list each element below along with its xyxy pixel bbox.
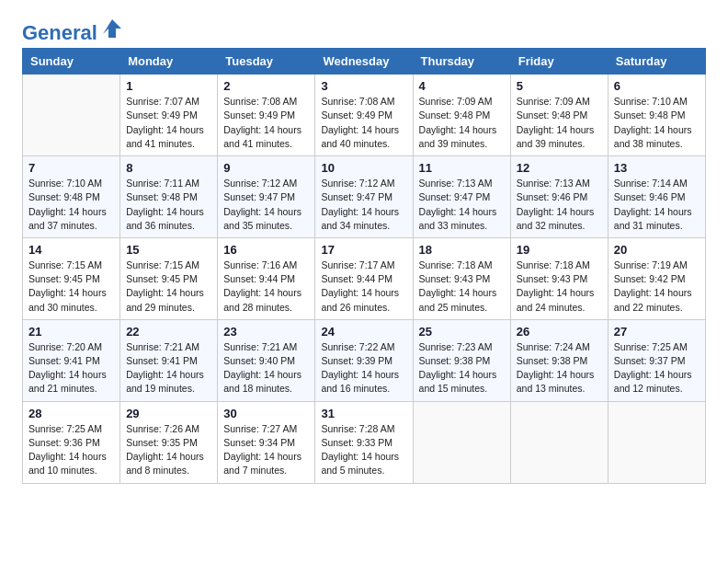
svg-marker-0 bbox=[103, 19, 121, 38]
day-info: Sunrise: 7:18 AM Sunset: 9:43 PM Dayligh… bbox=[419, 259, 505, 315]
calendar-cell: 5Sunrise: 7:09 AM Sunset: 9:48 PM Daylig… bbox=[510, 75, 608, 156]
calendar-cell: 8Sunrise: 7:11 AM Sunset: 9:48 PM Daylig… bbox=[120, 156, 218, 238]
day-number: 30 bbox=[223, 407, 309, 420]
calendar-cell: 31Sunrise: 7:28 AM Sunset: 9:33 PM Dayli… bbox=[315, 401, 413, 483]
day-info: Sunrise: 7:25 AM Sunset: 9:36 PM Dayligh… bbox=[28, 422, 114, 478]
day-info: Sunrise: 7:12 AM Sunset: 9:47 PM Dayligh… bbox=[223, 177, 309, 233]
day-info: Sunrise: 7:17 AM Sunset: 9:44 PM Dayligh… bbox=[321, 259, 406, 315]
day-info: Sunrise: 7:19 AM Sunset: 9:42 PM Dayligh… bbox=[614, 259, 700, 315]
calendar-cell: 18Sunrise: 7:18 AM Sunset: 9:43 PM Dayli… bbox=[413, 237, 510, 319]
calendar-cell bbox=[510, 401, 608, 483]
day-number: 11 bbox=[419, 161, 505, 175]
calendar-cell: 25Sunrise: 7:23 AM Sunset: 9:38 PM Dayli… bbox=[413, 319, 510, 401]
calendar-cell: 16Sunrise: 7:16 AM Sunset: 9:44 PM Dayli… bbox=[218, 237, 315, 319]
day-number: 4 bbox=[419, 79, 505, 93]
logo-icon bbox=[99, 16, 125, 41]
day-info: Sunrise: 7:07 AM Sunset: 9:49 PM Dayligh… bbox=[126, 95, 211, 151]
calendar-cell: 20Sunrise: 7:19 AM Sunset: 9:42 PM Dayli… bbox=[608, 237, 705, 319]
calendar-table: SundayMondayTuesdayWednesdayThursdayFrid… bbox=[22, 48, 706, 483]
day-info: Sunrise: 7:15 AM Sunset: 9:45 PM Dayligh… bbox=[126, 259, 211, 315]
calendar-cell: 28Sunrise: 7:25 AM Sunset: 9:36 PM Dayli… bbox=[23, 401, 120, 483]
calendar-cell: 21Sunrise: 7:20 AM Sunset: 9:41 PM Dayli… bbox=[23, 319, 120, 401]
logo: General bbox=[22, 22, 125, 40]
day-number: 28 bbox=[28, 407, 114, 420]
day-number: 31 bbox=[321, 407, 406, 420]
day-number: 3 bbox=[321, 79, 406, 93]
calendar-cell: 27Sunrise: 7:25 AM Sunset: 9:37 PM Dayli… bbox=[608, 319, 705, 401]
day-number: 8 bbox=[126, 161, 211, 175]
calendar-cell: 3Sunrise: 7:08 AM Sunset: 9:49 PM Daylig… bbox=[315, 75, 413, 156]
day-info: Sunrise: 7:27 AM Sunset: 9:34 PM Dayligh… bbox=[223, 422, 309, 478]
day-info: Sunrise: 7:10 AM Sunset: 9:48 PM Dayligh… bbox=[614, 95, 700, 151]
calendar-cell: 6Sunrise: 7:10 AM Sunset: 9:48 PM Daylig… bbox=[608, 75, 705, 156]
calendar-cell bbox=[608, 401, 705, 483]
calendar-cell: 14Sunrise: 7:15 AM Sunset: 9:45 PM Dayli… bbox=[23, 237, 120, 319]
day-number: 16 bbox=[223, 243, 309, 257]
day-info: Sunrise: 7:12 AM Sunset: 9:47 PM Dayligh… bbox=[321, 177, 406, 233]
weekday-header-friday: Friday bbox=[510, 49, 608, 75]
calendar-cell: 24Sunrise: 7:22 AM Sunset: 9:39 PM Dayli… bbox=[315, 319, 413, 401]
day-info: Sunrise: 7:20 AM Sunset: 9:41 PM Dayligh… bbox=[28, 340, 114, 396]
day-info: Sunrise: 7:09 AM Sunset: 9:48 PM Dayligh… bbox=[517, 95, 602, 151]
day-info: Sunrise: 7:21 AM Sunset: 9:41 PM Dayligh… bbox=[126, 340, 211, 396]
weekday-header-monday: Monday bbox=[120, 49, 218, 75]
weekday-header-saturday: Saturday bbox=[608, 49, 705, 75]
day-number: 9 bbox=[223, 161, 309, 175]
calendar-cell: 12Sunrise: 7:13 AM Sunset: 9:46 PM Dayli… bbox=[510, 156, 608, 238]
weekday-header-sunday: Sunday bbox=[23, 49, 120, 75]
day-info: Sunrise: 7:24 AM Sunset: 9:38 PM Dayligh… bbox=[517, 340, 602, 396]
day-number: 22 bbox=[126, 325, 211, 339]
calendar-cell: 22Sunrise: 7:21 AM Sunset: 9:41 PM Dayli… bbox=[120, 319, 218, 401]
day-number: 6 bbox=[614, 79, 700, 93]
day-number: 13 bbox=[614, 161, 700, 175]
day-number: 18 bbox=[419, 243, 505, 257]
calendar-cell: 9Sunrise: 7:12 AM Sunset: 9:47 PM Daylig… bbox=[218, 156, 315, 238]
day-info: Sunrise: 7:15 AM Sunset: 9:45 PM Dayligh… bbox=[28, 259, 114, 315]
day-number: 14 bbox=[28, 243, 114, 257]
day-number: 26 bbox=[517, 325, 602, 339]
calendar-cell: 1Sunrise: 7:07 AM Sunset: 9:49 PM Daylig… bbox=[120, 75, 218, 156]
day-number: 27 bbox=[614, 325, 700, 339]
day-number: 19 bbox=[517, 243, 602, 257]
day-number: 23 bbox=[223, 325, 309, 339]
day-info: Sunrise: 7:22 AM Sunset: 9:39 PM Dayligh… bbox=[321, 340, 406, 396]
day-number: 2 bbox=[223, 79, 309, 93]
day-number: 20 bbox=[614, 243, 700, 257]
calendar-cell: 13Sunrise: 7:14 AM Sunset: 9:46 PM Dayli… bbox=[608, 156, 705, 238]
calendar-cell: 17Sunrise: 7:17 AM Sunset: 9:44 PM Dayli… bbox=[315, 237, 413, 319]
calendar-cell: 29Sunrise: 7:26 AM Sunset: 9:35 PM Dayli… bbox=[120, 401, 218, 483]
calendar-cell: 19Sunrise: 7:18 AM Sunset: 9:43 PM Dayli… bbox=[510, 237, 608, 319]
day-number: 1 bbox=[126, 79, 211, 93]
day-info: Sunrise: 7:13 AM Sunset: 9:46 PM Dayligh… bbox=[517, 177, 602, 233]
calendar-cell: 7Sunrise: 7:10 AM Sunset: 9:48 PM Daylig… bbox=[23, 156, 120, 238]
day-number: 7 bbox=[28, 161, 114, 175]
calendar-cell bbox=[413, 401, 510, 483]
calendar-cell: 26Sunrise: 7:24 AM Sunset: 9:38 PM Dayli… bbox=[510, 319, 608, 401]
day-number: 17 bbox=[321, 243, 406, 257]
weekday-header-thursday: Thursday bbox=[413, 49, 510, 75]
calendar-week-3: 14Sunrise: 7:15 AM Sunset: 9:45 PM Dayli… bbox=[23, 237, 706, 319]
logo-text: General bbox=[22, 22, 97, 44]
day-info: Sunrise: 7:23 AM Sunset: 9:38 PM Dayligh… bbox=[419, 340, 505, 396]
day-number: 12 bbox=[517, 161, 602, 175]
calendar-cell: 15Sunrise: 7:15 AM Sunset: 9:45 PM Dayli… bbox=[120, 237, 218, 319]
calendar-cell: 4Sunrise: 7:09 AM Sunset: 9:48 PM Daylig… bbox=[413, 75, 510, 156]
calendar-cell: 2Sunrise: 7:08 AM Sunset: 9:49 PM Daylig… bbox=[218, 75, 315, 156]
day-number: 10 bbox=[321, 161, 406, 175]
day-info: Sunrise: 7:21 AM Sunset: 9:40 PM Dayligh… bbox=[223, 340, 309, 396]
day-number: 5 bbox=[517, 79, 602, 93]
calendar-header-row: SundayMondayTuesdayWednesdayThursdayFrid… bbox=[23, 49, 706, 75]
day-info: Sunrise: 7:11 AM Sunset: 9:48 PM Dayligh… bbox=[126, 177, 211, 233]
day-info: Sunrise: 7:25 AM Sunset: 9:37 PM Dayligh… bbox=[614, 340, 700, 396]
day-number: 21 bbox=[28, 325, 114, 339]
weekday-header-wednesday: Wednesday bbox=[315, 49, 413, 75]
day-info: Sunrise: 7:14 AM Sunset: 9:46 PM Dayligh… bbox=[614, 177, 700, 233]
day-number: 29 bbox=[126, 407, 211, 420]
day-info: Sunrise: 7:08 AM Sunset: 9:49 PM Dayligh… bbox=[223, 95, 309, 151]
calendar-week-5: 28Sunrise: 7:25 AM Sunset: 9:36 PM Dayli… bbox=[23, 401, 706, 483]
calendar-week-1: 1Sunrise: 7:07 AM Sunset: 9:49 PM Daylig… bbox=[23, 75, 706, 156]
day-number: 15 bbox=[126, 243, 211, 257]
day-number: 25 bbox=[419, 325, 505, 339]
page-header: General bbox=[22, 18, 706, 40]
day-info: Sunrise: 7:08 AM Sunset: 9:49 PM Dayligh… bbox=[321, 95, 406, 151]
